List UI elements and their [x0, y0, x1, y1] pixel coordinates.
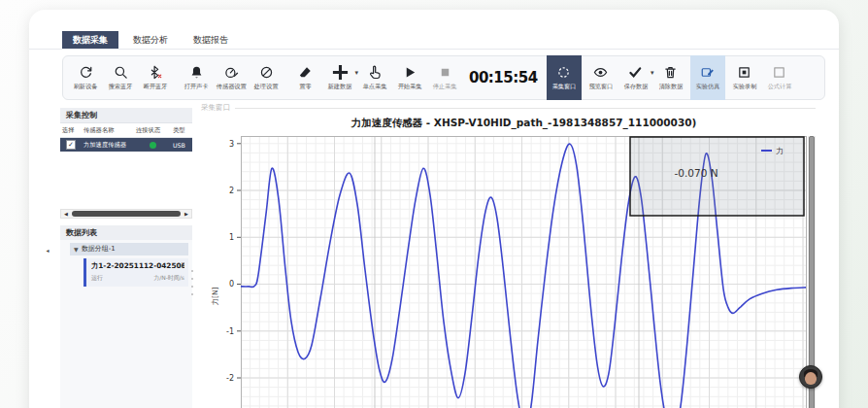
single-point-collect-button[interactable]: 单点采集: [358, 57, 391, 98]
toolbar-button-label: 实验仿真: [695, 83, 719, 91]
data-list-body: ▼ 数据分组-1 力1-2-20251112-042506 ⋮ 运行 力/N-时…: [60, 240, 192, 408]
bt-off-icon: [149, 64, 163, 81]
splitter-grip[interactable]: [190, 270, 194, 295]
data-list-header: 数据列表: [60, 225, 192, 241]
data-item-status: 运行: [91, 274, 103, 283]
data-list-panel: 数据列表 ▼ 数据分组-1 力1-2-20251112-042506 ⋮ 运行 …: [60, 225, 192, 408]
refresh-icon: [79, 64, 93, 81]
preview-window-button[interactable]: 预览窗口: [584, 57, 618, 98]
chart-plot[interactable]: 3210-1-2力[N]-0.070 N力: [241, 136, 807, 408]
svg-text:力[N]: 力[N]: [211, 287, 219, 305]
svg-text:2: 2: [229, 187, 234, 195]
sidebar: 采集控制 选择传感器名称连接状态类型 ✓力加速度传感器USB ◀ ▶ 数据列表 …: [60, 108, 192, 408]
sidebar-collapse-handle[interactable]: ◂: [43, 243, 52, 256]
sidebar-horizontal-scrollbar[interactable]: ◀ ▶: [60, 209, 192, 219]
play-icon: [403, 64, 417, 81]
svg-text:3: 3: [229, 140, 234, 149]
bell-icon: [189, 64, 204, 81]
data-group-label: 数据分组-1: [82, 243, 116, 255]
toolbar-button-label: 打开声卡: [184, 83, 209, 91]
eraser-icon: [298, 64, 313, 81]
gauge-edit-icon: [224, 64, 239, 81]
sensor-table: 选择传感器名称连接状态类型 ✓力加速度传感器USB: [60, 123, 192, 152]
experiment-record-button[interactable]: 实验录制: [728, 57, 761, 98]
toolbar-button-label: 处理设置: [254, 83, 279, 91]
toolbar-button-label: 搜索蓝牙: [109, 83, 133, 91]
svg-text:-1: -1: [226, 327, 234, 336]
tab-analyze[interactable]: 数据分析: [122, 31, 179, 49]
sensor-column-header: 类型: [171, 123, 192, 138]
refresh-device-button[interactable]: 刷新设备: [69, 57, 102, 98]
chart-panel: 采集窗口 力加速度传感器 - XHSP-V10HID_path_-1981348…: [196, 103, 821, 408]
chart-groupbox-label: 采集窗口: [198, 103, 233, 113]
tab-bar: 数据采集数据分析数据报告: [62, 31, 239, 49]
stop-icon: [438, 64, 452, 81]
collect-control-header: 采集控制: [60, 108, 192, 123]
sensor-row[interactable]: ✓力加速度传感器USB: [60, 138, 192, 153]
open-soundcard-button[interactable]: 打开声卡: [180, 57, 213, 98]
hand-icon: [368, 64, 383, 81]
scroll-left-arrow-icon[interactable]: ◀: [61, 211, 71, 217]
toolbar-button-label: 断开蓝牙: [144, 83, 168, 91]
toolbar-button-label: 预览窗口: [588, 83, 613, 91]
sensor-name: 力加速度传感器: [82, 138, 134, 153]
toolbar-button-label: 刷新设备: [74, 83, 98, 91]
scroll-right-arrow-icon[interactable]: ▶: [182, 211, 191, 217]
sensor-settings-button[interactable]: 传感器设置: [215, 57, 248, 98]
collect-timer: 00:15:54: [463, 69, 544, 86]
sensor-type: USB: [171, 138, 192, 153]
sensor-column-header: 选择: [60, 123, 82, 138]
square-icon: [772, 64, 786, 81]
status-dot-icon: [150, 142, 156, 149]
groupbox-line: [235, 108, 816, 109]
search-icon: [114, 64, 128, 81]
save-data-button[interactable]: 保存数据▾: [619, 57, 652, 98]
toolbar-button-label: 停止采集: [433, 83, 457, 91]
toolbar-button-label: 实验录制: [732, 83, 756, 91]
tab-report[interactable]: 数据报告: [183, 31, 239, 49]
assistant-avatar-icon[interactable]: [799, 365, 822, 389]
toolbar-button-label: 公式计算: [767, 83, 791, 91]
sensor-column-header: 传感器名称: [82, 123, 134, 138]
process-settings-button[interactable]: 处理设置: [250, 57, 283, 98]
experiment-simulate-button[interactable]: 实验仿真: [690, 55, 725, 100]
toolbar-button-label: 保存数据: [623, 83, 648, 91]
trash-icon: [663, 64, 678, 81]
data-item-card[interactable]: 力1-2-20251112-042506 ⋮ 运行 力/N-时间/s: [83, 258, 188, 287]
tab-separator: [29, 49, 839, 50]
chevron-down-icon[interactable]: ▼: [74, 243, 79, 255]
record-square-icon: [737, 64, 751, 81]
formula-calc-button[interactable]: 公式计算: [763, 57, 796, 98]
pen-square-icon: [700, 64, 715, 81]
clear-data-button[interactable]: 清除数据: [654, 57, 687, 98]
data-item-title: 力1-2-20251112-042506: [91, 261, 184, 271]
svg-text:-2: -2: [226, 374, 234, 383]
dashed-circle-icon: [556, 64, 571, 81]
plus-icon: [331, 64, 350, 81]
new-data-button[interactable]: 新建数据▾: [323, 57, 356, 98]
selection-value-label: -0.070 N: [674, 167, 718, 179]
sensor-column-header: 连接状态: [134, 123, 171, 138]
collect-window-button[interactable]: 采集窗口: [547, 55, 582, 100]
check-icon: [628, 64, 643, 81]
scrollbar-thumb[interactable]: [72, 211, 181, 217]
tab-collect[interactable]: 数据采集: [62, 31, 118, 49]
app-window: 数据采集数据分析数据报告 刷新设备搜索蓝牙断开蓝牙打开声卡传感器设置处理设置置零…: [29, 10, 839, 408]
toolbar-button-label: 传感器设置: [217, 83, 247, 91]
start-collect-button[interactable]: 开始采集: [393, 57, 426, 98]
data-group-row[interactable]: ▼ 数据分组-1: [70, 243, 188, 255]
svg-text:1: 1: [229, 233, 234, 242]
legend-label: 力: [776, 147, 784, 155]
toolbar-button-label: 置零: [299, 83, 311, 91]
eye-icon: [593, 64, 608, 81]
search-bluetooth-button[interactable]: 搜索蓝牙: [104, 57, 137, 98]
app-screenshot: 数据采集数据分析数据报告 刷新设备搜索蓝牙断开蓝牙打开声卡传感器设置处理设置置零…: [0, 0, 868, 408]
sensor-checkbox[interactable]: ✓: [66, 140, 76, 150]
toolbar-button-label: 开始采集: [398, 83, 422, 91]
zero-button[interactable]: 置零: [288, 57, 321, 98]
kebab-menu-icon[interactable]: ⋮: [179, 261, 185, 269]
chart-title: 力加速度传感器 - XHSP-V10HID_path_-1981348857_1…: [241, 117, 807, 130]
stop-collect-button[interactable]: 停止采集: [428, 57, 461, 98]
disconnect-bluetooth-button[interactable]: 断开蓝牙: [139, 57, 172, 98]
toolbar: 刷新设备搜索蓝牙断开蓝牙打开声卡传感器设置处理设置置零新建数据▾单点采集开始采集…: [62, 55, 825, 100]
